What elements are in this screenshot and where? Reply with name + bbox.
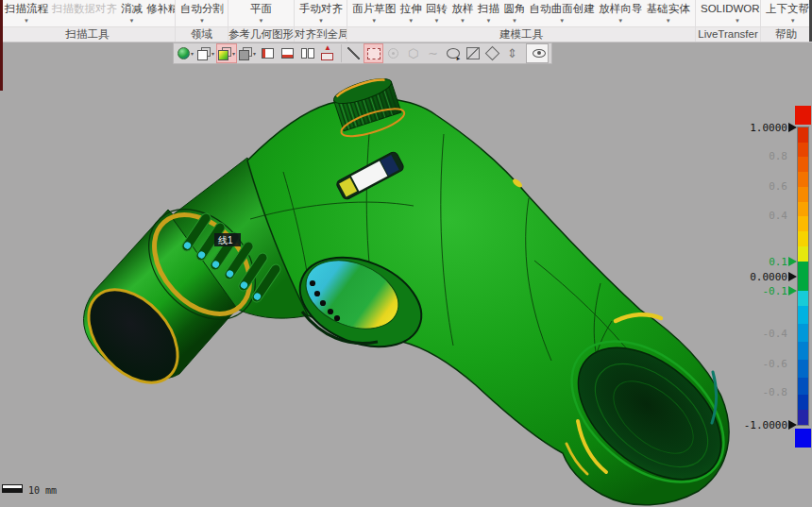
chevron-down-icon: ▼ (617, 17, 623, 25)
view-sphere-icon[interactable]: ▾ (177, 44, 195, 62)
deviation-table-icon[interactable] (318, 44, 336, 62)
ribbon-group-2: 平面▼参考几何图形 (228, 0, 295, 42)
chevron-down-icon: ▼ (512, 17, 517, 25)
chevron-down-icon: ▼ (666, 17, 671, 25)
flood-select-icon[interactable] (483, 44, 501, 62)
paint-select-icon[interactable] (464, 44, 482, 62)
ribbon-tab[interactable]: 圆角▼ (501, 0, 527, 25)
ribbon-tab[interactable]: 放样向导▼ (597, 0, 644, 25)
ribbon-group-6: 上下文帮助▼帮助 (761, 0, 812, 42)
scale-marker-icon[interactable] (788, 257, 797, 266)
chevron-down-icon: ▼ (318, 17, 324, 25)
ribbon-group-label: 扫描工具 (0, 26, 175, 42)
ribbon: 扫描流程▼扫描数据对齐消减▼修补精灵扫描工具自动分割▼领域平面▼参考几何图形手动… (0, 0, 812, 42)
chevron-down-icon: ▾ (232, 50, 235, 57)
section-view-icon[interactable] (259, 44, 277, 62)
ribbon-tab[interactable]: 回转▼ (424, 0, 449, 25)
application-window: 扫描流程▼扫描数据对齐消减▼修补精灵扫描工具自动分割▼领域平面▼参考几何图形手动… (0, 0, 812, 507)
ribbon-tab[interactable]: 上下文帮助▼ (764, 0, 812, 25)
scale-gradient-bar[interactable] (797, 127, 809, 426)
rectangle-select-icon[interactable] (364, 44, 382, 62)
ribbon-group-4: 面片草图▼拉伸▼回转▼放样▼扫描▼圆角▼自动曲面创建▼放样向导▼基础实体▼建模工… (347, 0, 696, 42)
model-canvas[interactable]: 线1 (0, 42, 812, 507)
annotation-line1-label: 线1 (218, 235, 233, 245)
ribbon-tab: 扫描数据对齐 (50, 0, 119, 15)
ribbon-group-label: LiveTransfer (696, 26, 760, 42)
ribbon-tab[interactable]: 手动对齐▼ (297, 0, 345, 25)
chevron-down-icon: ▼ (434, 17, 440, 25)
ribbon-tab[interactable]: 放样▼ (450, 0, 476, 25)
chevron-down-icon: ▾ (211, 50, 214, 57)
model-3d[interactable]: 线1 (71, 73, 750, 507)
ribbon-tab[interactable]: 拉伸▼ (398, 0, 424, 25)
chevron-down-icon: ▼ (559, 17, 565, 25)
ribbon-group-label: 帮助 (761, 26, 811, 42)
ribbon-group-label: 领域 (176, 26, 228, 42)
ribbon-group-label: 建模工具 (347, 26, 695, 42)
swap-select-icon[interactable]: ⇕ (503, 44, 521, 62)
chevron-down-icon: ▼ (735, 17, 740, 25)
scale-marker-icon[interactable] (788, 286, 797, 296)
ribbon-group-3: 手动对齐▼对齐到全局 (295, 0, 347, 42)
ribbon-tab[interactable]: 自动分割▼ (178, 0, 226, 25)
chevron-down-icon: ▼ (790, 17, 796, 25)
chevron-down-icon: ▼ (371, 17, 377, 25)
wireframe-cube-icon[interactable]: ▾ (196, 44, 215, 62)
lasso-select-icon[interactable] (444, 44, 462, 62)
ribbon-group-5: SOLIDWORKS▼LiveTransfer (696, 0, 761, 42)
chevron-down-icon: ▼ (408, 17, 414, 25)
ribbon-tab[interactable]: 面片草图▼ (350, 0, 398, 25)
ribbon-group-label: 参考几何图形 (228, 26, 294, 42)
visibility-eye-icon[interactable] (526, 43, 549, 63)
view-scale-widget (2, 484, 23, 493)
left-edge-strip (0, 0, 3, 91)
circle-select-icon (384, 44, 402, 62)
scale-marker-icon[interactable] (788, 420, 797, 430)
solid-face-cube-icon[interactable]: ▾ (238, 44, 257, 62)
chevron-down-icon: ▼ (129, 17, 135, 25)
polygon-select-icon: ⬡ (404, 44, 422, 62)
scale-marker-icon[interactable] (788, 123, 797, 132)
shaded-cube-icon[interactable]: ▾ (217, 44, 236, 62)
ribbon-tab[interactable]: 基础实体▼ (645, 0, 692, 25)
chevron-down-icon: ▼ (199, 17, 205, 25)
annotation-line1[interactable]: 线1 (214, 233, 241, 246)
icon-toolbar: ▾▾▾▾⬡∼⇕ (173, 42, 552, 64)
ribbon-tab[interactable]: 消减▼ (119, 0, 144, 25)
ribbon-tab[interactable]: 修补精灵 (144, 0, 176, 15)
chevron-down-icon: ▾ (253, 50, 256, 57)
ribbon-group-label: 对齐到全局 (295, 26, 347, 42)
ribbon-tab[interactable]: 扫描流程▼ (3, 0, 50, 25)
chevron-down-icon: ▼ (24, 17, 29, 25)
ribbon-tab[interactable]: 自动曲面创建▼ (528, 0, 597, 25)
scale-marker-icon[interactable] (788, 272, 797, 281)
ribbon-tab[interactable]: 平面▼ (248, 0, 274, 25)
chevron-down-icon: ▼ (259, 17, 264, 25)
chevron-down-icon: ▾ (191, 50, 194, 57)
ribbon-group-0: 扫描流程▼扫描数据对齐消减▼修补精灵扫描工具 (0, 0, 176, 42)
ribbon-group-1: 自动分割▼领域 (176, 0, 228, 42)
chevron-down-icon: ▼ (485, 17, 491, 25)
view-scale-label: 10 mm (28, 485, 57, 496)
chevron-down-icon: ▼ (460, 17, 465, 25)
freeform-select-icon: ∼ (424, 44, 442, 62)
line-select-icon[interactable] (341, 44, 363, 62)
ribbon-tab[interactable]: 扫描▼ (476, 0, 501, 25)
ribbon-tab[interactable]: SOLIDWORKS▼ (699, 0, 761, 25)
section-plane-icon[interactable] (279, 44, 296, 62)
split-view-icon[interactable] (298, 44, 316, 62)
viewport: 线1 (0, 42, 812, 507)
